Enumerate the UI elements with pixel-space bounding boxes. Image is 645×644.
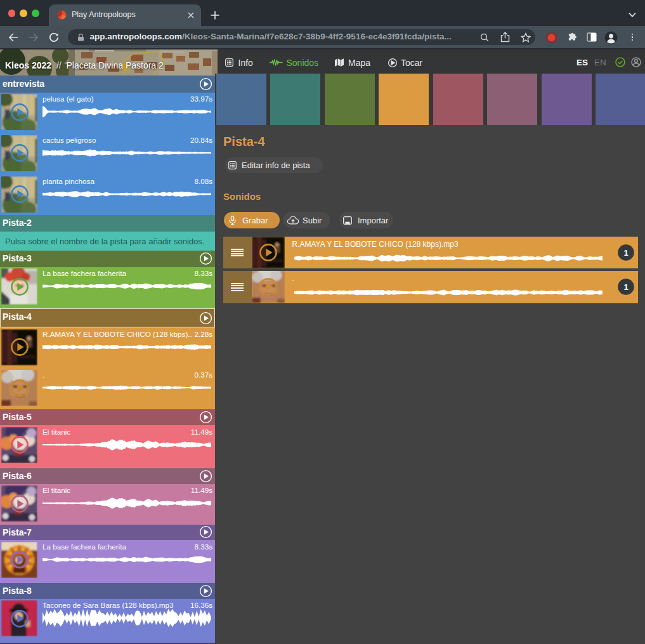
svg-text:1: 1 — [624, 282, 629, 292]
svg-text:1: 1 — [624, 248, 629, 258]
